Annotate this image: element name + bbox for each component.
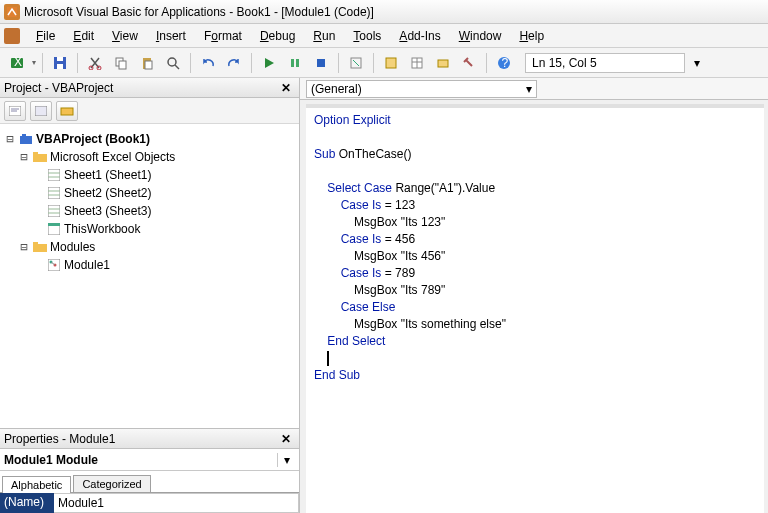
properties-panel-header: Properties - Module1 ✕ bbox=[0, 429, 299, 449]
design-mode-icon[interactable] bbox=[345, 52, 367, 74]
left-column: Project - VBAProject ✕ ⊟VBAProject (Book… bbox=[0, 78, 300, 513]
svg-rect-47 bbox=[33, 242, 38, 244]
svg-rect-38 bbox=[48, 187, 60, 199]
project-tree[interactable]: ⊟VBAProject (Book1) ⊟Microsoft Excel Obj… bbox=[0, 124, 299, 428]
standard-toolbar: X ▾ ? Ln 15, Col 5 ▾ bbox=[0, 48, 768, 78]
prop-name-value[interactable]: Module1 bbox=[54, 493, 299, 513]
toolbar-options-dropdown[interactable]: ▾ bbox=[689, 56, 705, 70]
svg-rect-34 bbox=[33, 152, 38, 154]
project-panel-close-icon[interactable]: ✕ bbox=[277, 81, 295, 95]
project-panel-header: Project - VBAProject ✕ bbox=[0, 78, 299, 98]
break-icon[interactable] bbox=[284, 52, 306, 74]
undo-icon[interactable] bbox=[197, 52, 219, 74]
svg-rect-11 bbox=[145, 61, 152, 69]
properties-panel: Properties - Module1 ✕ Module1 Module ▾ … bbox=[0, 428, 299, 513]
window-title: Microsoft Visual Basic for Applications … bbox=[24, 5, 374, 19]
properties-object-selector[interactable]: Module1 Module bbox=[4, 453, 277, 467]
save-icon[interactable] bbox=[49, 52, 71, 74]
workbook-icon bbox=[46, 222, 62, 236]
project-panel-title: Project - VBAProject bbox=[4, 81, 113, 95]
tree-root[interactable]: VBAProject (Book1) bbox=[36, 132, 150, 146]
view-excel-icon[interactable]: X bbox=[6, 52, 28, 74]
menu-format[interactable]: Format bbox=[196, 27, 250, 45]
view-code-icon[interactable] bbox=[4, 101, 26, 121]
project-toolbar bbox=[0, 98, 299, 124]
menu-insert[interactable]: Insert bbox=[148, 27, 194, 45]
menu-debug[interactable]: Debug bbox=[252, 27, 303, 45]
svg-text:X: X bbox=[14, 56, 22, 69]
svg-rect-32 bbox=[22, 134, 26, 136]
reset-icon[interactable] bbox=[310, 52, 332, 74]
svg-marker-14 bbox=[265, 58, 274, 68]
redo-icon[interactable] bbox=[223, 52, 245, 74]
svg-point-12 bbox=[168, 58, 176, 66]
chevron-down-icon: ▾ bbox=[526, 82, 532, 96]
svg-rect-23 bbox=[438, 60, 448, 67]
object-combo[interactable]: (General) ▾ bbox=[306, 80, 537, 98]
project-explorer-icon[interactable] bbox=[380, 52, 402, 74]
svg-rect-19 bbox=[386, 58, 396, 68]
sheet-icon bbox=[46, 168, 62, 182]
tree-sheet2[interactable]: Sheet2 (Sheet2) bbox=[64, 186, 151, 200]
svg-rect-41 bbox=[48, 205, 60, 217]
menu-help[interactable]: Help bbox=[511, 27, 552, 45]
workspace: Project - VBAProject ✕ ⊟VBAProject (Book… bbox=[0, 78, 768, 513]
view-object-icon[interactable] bbox=[30, 101, 52, 121]
title-bar: Microsoft Visual Basic for Applications … bbox=[0, 0, 768, 24]
module-icon bbox=[46, 258, 62, 272]
folder-icon bbox=[32, 240, 48, 254]
object-combo-value: (General) bbox=[311, 82, 362, 96]
sheet-icon bbox=[46, 204, 62, 218]
vba-app-icon bbox=[4, 4, 20, 20]
menu-tools[interactable]: Tools bbox=[345, 27, 389, 45]
run-icon[interactable] bbox=[258, 52, 280, 74]
cut-icon[interactable] bbox=[84, 52, 106, 74]
svg-rect-16 bbox=[296, 59, 299, 67]
object-browser-icon[interactable] bbox=[432, 52, 454, 74]
folder-icon bbox=[32, 150, 48, 164]
menu-bar: File Edit View Insert Format Debug Run T… bbox=[0, 24, 768, 48]
properties-window-icon[interactable] bbox=[406, 52, 428, 74]
svg-rect-17 bbox=[317, 59, 325, 67]
tree-modules[interactable]: Modules bbox=[50, 240, 95, 254]
tab-categorized[interactable]: Categorized bbox=[73, 475, 150, 492]
svg-rect-35 bbox=[48, 169, 60, 181]
properties-object-dropdown-icon[interactable]: ▾ bbox=[277, 453, 295, 467]
tree-module1[interactable]: Module1 bbox=[64, 258, 110, 272]
svg-rect-29 bbox=[35, 106, 47, 116]
project-icon bbox=[18, 132, 34, 146]
toggle-folders-icon[interactable] bbox=[56, 101, 78, 121]
svg-rect-5 bbox=[57, 57, 63, 61]
paste-icon[interactable] bbox=[136, 52, 158, 74]
code-editor[interactable]: Option Explicit Sub OnTheCase() Select C… bbox=[306, 104, 764, 513]
svg-line-13 bbox=[175, 65, 179, 69]
tree-thisworkbook[interactable]: ThisWorkbook bbox=[64, 222, 140, 236]
code-pane: (General) ▾ Option Explicit Sub OnTheCas… bbox=[300, 78, 768, 513]
menu-run[interactable]: Run bbox=[305, 27, 343, 45]
menu-addins[interactable]: Add-Ins bbox=[391, 27, 448, 45]
svg-rect-33 bbox=[33, 154, 47, 162]
copy-icon[interactable] bbox=[110, 52, 132, 74]
svg-rect-46 bbox=[33, 244, 47, 252]
tree-sheet1[interactable]: Sheet1 (Sheet1) bbox=[64, 168, 151, 182]
svg-rect-15 bbox=[291, 59, 294, 67]
menu-file[interactable]: File bbox=[28, 27, 63, 45]
excel-vba-icon bbox=[4, 28, 20, 44]
properties-panel-close-icon[interactable]: ✕ bbox=[277, 432, 295, 446]
menu-edit[interactable]: Edit bbox=[65, 27, 102, 45]
svg-rect-9 bbox=[119, 61, 126, 69]
svg-text:?: ? bbox=[502, 56, 509, 70]
tree-excel-objects[interactable]: Microsoft Excel Objects bbox=[50, 150, 175, 164]
prop-name-label: (Name) bbox=[0, 493, 54, 513]
text-cursor bbox=[327, 351, 329, 366]
toolbox-icon[interactable] bbox=[458, 52, 480, 74]
cursor-position-indicator: Ln 15, Col 5 bbox=[525, 53, 685, 73]
tree-sheet3[interactable]: Sheet3 (Sheet3) bbox=[64, 204, 151, 218]
svg-rect-31 bbox=[20, 136, 32, 144]
tab-alphabetic[interactable]: Alphabetic bbox=[2, 476, 71, 493]
menu-view[interactable]: View bbox=[104, 27, 146, 45]
help-icon[interactable]: ? bbox=[493, 52, 515, 74]
find-icon[interactable] bbox=[162, 52, 184, 74]
menu-window[interactable]: Window bbox=[451, 27, 510, 45]
svg-rect-30 bbox=[61, 108, 73, 115]
